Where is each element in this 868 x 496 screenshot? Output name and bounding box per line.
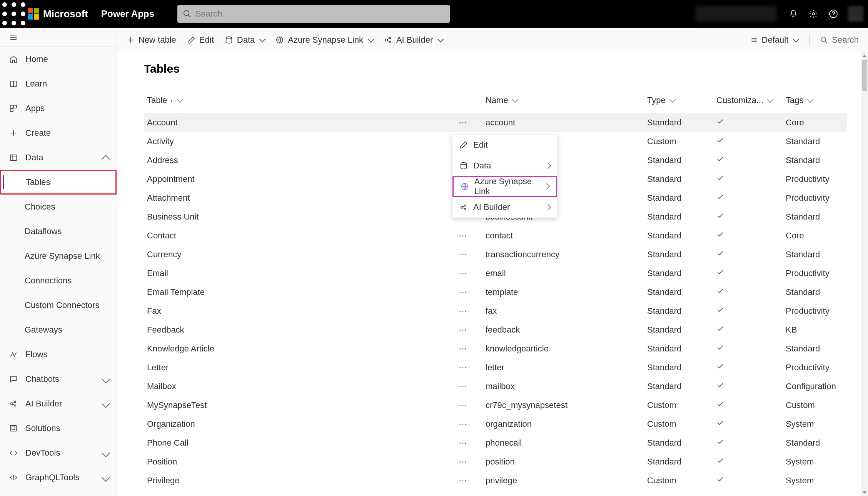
- sidebar-item-data[interactable]: Data: [0, 145, 117, 170]
- notifications-button[interactable]: [783, 9, 803, 18]
- column-header-table[interactable]: Table↑: [144, 91, 482, 113]
- user-avatar[interactable]: [848, 6, 863, 22]
- chat-icon: [9, 375, 18, 383]
- sidebar-item-home[interactable]: Home: [0, 47, 117, 72]
- more-actions-icon[interactable]: ⋯: [459, 400, 479, 410]
- more-actions-icon[interactable]: ⋯: [459, 250, 479, 260]
- sidebar-item-ai-builder[interactable]: AI Builder: [0, 391, 117, 416]
- more-actions-icon[interactable]: ⋯: [459, 306, 479, 316]
- table-row[interactable]: Feedback⋯feedbackStandardKB: [144, 320, 847, 339]
- more-actions-icon[interactable]: ⋯: [459, 363, 479, 373]
- table-row[interactable]: Position⋯positionStandardSystem: [144, 452, 847, 471]
- more-actions-icon[interactable]: ⋯: [459, 419, 479, 429]
- sidebar-item-devtools[interactable]: DevTools: [0, 441, 117, 465]
- view-selector[interactable]: Default: [750, 35, 799, 45]
- scroll-down-icon[interactable]: [863, 491, 866, 494]
- more-actions-icon[interactable]: ⋯: [459, 344, 479, 354]
- svg-rect-18: [10, 109, 13, 112]
- sidebar-subitem-connections[interactable]: Connections: [0, 268, 117, 293]
- table-row[interactable]: Account⋯accountStandardCore: [144, 113, 847, 132]
- table-row[interactable]: MySynapseTest⋯cr79c_mysynapsetestCustomC…: [144, 396, 847, 414]
- cell-table: Knowledge Article: [147, 344, 214, 354]
- cell-table: Address: [147, 155, 178, 165]
- context-ai-builder[interactable]: AI Builder: [452, 197, 557, 218]
- column-header-name[interactable]: Name: [482, 91, 644, 113]
- left-sidebar: HomeLearnAppsCreateDataTablesChoicesData…: [0, 28, 117, 496]
- global-search-input[interactable]: [195, 9, 444, 19]
- sidebar-collapse-button[interactable]: [0, 28, 117, 47]
- column-header-customizable[interactable]: Customiza...: [713, 91, 783, 113]
- app-launcher-icon[interactable]: [0, 0, 28, 28]
- azure-synapse-dropdown[interactable]: Azure Synapse Link: [275, 35, 373, 45]
- sidebar-item-label: Data: [25, 153, 43, 163]
- sidebar-item-learn[interactable]: Learn: [0, 72, 117, 96]
- table-row[interactable]: Privilege⋯privilegeCustomSystem: [144, 471, 847, 490]
- scroll-thumb[interactable]: [862, 60, 867, 91]
- svg-point-4: [12, 12, 16, 16]
- table-row[interactable]: Knowledge Article⋯knowledgearticleStanda…: [144, 339, 847, 358]
- column-header-type[interactable]: Type: [644, 91, 713, 113]
- table-row[interactable]: Email Template⋯templateStandardStandard: [144, 283, 847, 301]
- context-edit[interactable]: Edit: [452, 135, 557, 155]
- svg-point-48: [465, 205, 466, 206]
- global-search[interactable]: [177, 5, 450, 23]
- cell-tags: Standard: [783, 245, 847, 264]
- cell-table: Email: [147, 268, 168, 278]
- more-actions-icon[interactable]: ⋯: [459, 287, 479, 297]
- more-actions-icon[interactable]: ⋯: [459, 268, 479, 278]
- plus-icon: [126, 36, 135, 44]
- cell-customizable: [713, 170, 783, 188]
- cell-name: transactioncurrency: [482, 245, 644, 264]
- table-row[interactable]: Phone Call⋯phonecallStandardStandard: [144, 433, 847, 452]
- cell-customizable: [713, 339, 783, 358]
- table-row[interactable]: Contact⋯contactStandardCore: [144, 226, 847, 245]
- sidebar-item-chatbots[interactable]: Chatbots: [0, 367, 117, 391]
- table-search[interactable]: Search: [820, 35, 859, 45]
- svg-point-8: [21, 21, 25, 25]
- table-row[interactable]: Letter⋯letterStandardProductivity: [144, 358, 847, 377]
- table-row[interactable]: Fax⋯faxStandardProductivity: [144, 301, 847, 320]
- sidebar-item-apps[interactable]: Apps: [0, 96, 117, 121]
- ai-builder-dropdown[interactable]: AI Builder: [384, 35, 443, 45]
- view-icon: [750, 36, 758, 44]
- sidebar-subitem-azure-synapse-link[interactable]: Azure Synapse Link: [0, 244, 117, 268]
- table-row[interactable]: Currency⋯transactioncurrencyStandardStan…: [144, 245, 847, 264]
- environment-selector[interactable]: [696, 6, 776, 22]
- new-table-button[interactable]: New table: [126, 35, 176, 45]
- edit-button[interactable]: Edit: [187, 35, 214, 45]
- more-actions-icon[interactable]: ⋯: [459, 325, 479, 335]
- settings-button[interactable]: [803, 9, 823, 18]
- sidebar-subitem-tables[interactable]: Tables: [0, 170, 117, 195]
- book-icon: [9, 80, 18, 88]
- context-data[interactable]: Data: [452, 155, 557, 176]
- context-azure-synapse[interactable]: Azure Synapse Link: [452, 176, 557, 197]
- sidebar-subitem-dataflows[interactable]: Dataflows: [0, 219, 117, 244]
- vertical-scrollbar[interactable]: [861, 52, 868, 496]
- sidebar-item-create[interactable]: Create: [0, 121, 117, 145]
- cell-tags: System: [783, 452, 847, 471]
- cell-customizable: [713, 188, 783, 207]
- sidebar-subitem-choices[interactable]: Choices: [0, 195, 117, 219]
- scroll-up-icon[interactable]: [863, 55, 866, 57]
- table-row[interactable]: Mailbox⋯mailboxStandardConfiguration: [144, 377, 847, 396]
- more-actions-icon[interactable]: ⋯: [459, 381, 479, 391]
- column-header-tags[interactable]: Tags: [783, 91, 847, 113]
- more-actions-icon[interactable]: ⋯: [459, 457, 479, 467]
- sidebar-item-solutions[interactable]: Solutions: [0, 416, 117, 441]
- table-row[interactable]: Organization⋯organizationCustomSystem: [144, 414, 847, 433]
- more-actions-icon[interactable]: ⋯: [459, 438, 479, 448]
- more-actions-icon[interactable]: ⋯: [459, 231, 479, 241]
- sidebar-item-graphqltools[interactable]: GraphQLTools: [0, 465, 117, 490]
- svg-point-47: [461, 206, 463, 208]
- cell-table: MySynapseTest: [147, 400, 207, 410]
- sidebar-subitem-gateways[interactable]: Gateways: [0, 318, 117, 342]
- help-button[interactable]: [823, 9, 843, 18]
- sidebar-item-flows[interactable]: Flows: [0, 342, 117, 367]
- sidebar-subitem-custom-connectors[interactable]: Custom Connectors: [0, 293, 117, 318]
- svg-point-37: [389, 41, 391, 42]
- more-actions-icon[interactable]: ⋯: [459, 476, 479, 486]
- more-actions-icon[interactable]: ⋯: [459, 118, 479, 128]
- data-dropdown[interactable]: Data: [225, 35, 265, 45]
- table-row[interactable]: Email⋯emailStandardProductivity: [144, 264, 847, 283]
- svg-point-24: [11, 403, 13, 405]
